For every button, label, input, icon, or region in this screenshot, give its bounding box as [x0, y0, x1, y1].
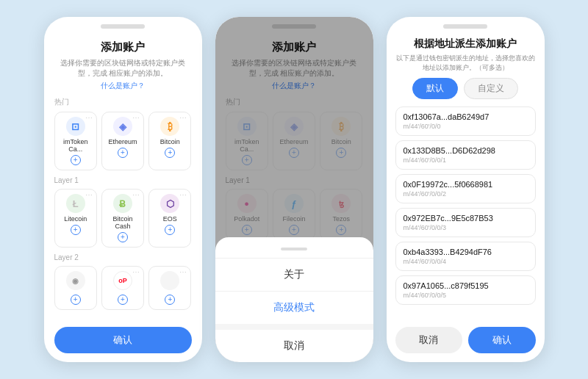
coin-btc[interactable]: ⋯ ₿ Bitcoin +: [148, 112, 191, 170]
more-icon[interactable]: ⋯: [179, 269, 187, 276]
btc-name: Bitcoin: [160, 138, 180, 145]
phone3: 根据地址派生添加账户 以下是通过钱包密钥派生的地址，选择您喜欢的 地址以添加账户…: [387, 17, 545, 362]
coin-eth[interactable]: ⋯ ◈ Ethereum +: [101, 112, 144, 170]
coin-imtoken[interactable]: ⋯ ⊡ imToken Ca... +: [54, 112, 97, 170]
more-icon[interactable]: ⋯: [179, 192, 187, 199]
address-item-5[interactable]: 0x97A1065...c879f5195 m/44'/60'/0/0/5: [395, 275, 536, 305]
coin-unknown1[interactable]: ◉ +: [54, 266, 97, 310]
phone3-content: 根据地址派生添加账户 以下是通过钱包密钥派生的地址，选择您喜欢的 地址以添加账户…: [387, 29, 545, 321]
address-item-3[interactable]: 0x972EB7c...9E5c87B53 m/44'/60'/0/0/3: [395, 208, 536, 237]
more-icon[interactable]: ⋯: [132, 115, 140, 122]
more-icon[interactable]: ⋯: [132, 269, 140, 276]
phone1-confirm-button[interactable]: 确认: [54, 327, 192, 353]
op-add[interactable]: +: [118, 295, 128, 305]
phone1-hot-grid: ⋯ ⊡ imToken Ca... + ⋯ ◈ Ethereum + ⋯ ₿ B…: [54, 112, 192, 170]
phone1-layer1-grid: ⋯ Ł Litecoin + ⋯ Ƀ Bitcoin Cash + ⋯ ⬡ EO…: [54, 189, 192, 248]
phone1-link[interactable]: 什么是账户？: [54, 81, 192, 91]
phone3-tabs: 默认 自定义: [395, 78, 536, 99]
bch-icon: Ƀ: [113, 194, 132, 213]
phone1-layer2-section: Layer 2 ◉ + ⋯ oP + ⋯ +: [54, 253, 192, 310]
address-path-1: m/44'/60'/0/0/1: [404, 156, 528, 164]
eos-name: EOS: [163, 215, 177, 223]
phone1-subtitle: 选择你需要的区块链网络或特定账户类型，完成 相应账户的添加。: [54, 58, 192, 79]
address-item-0[interactable]: 0xf13067a...daB6249d7 m/44'/60'/0/0: [395, 107, 536, 136]
phone1-confirm-bar: 确认: [44, 321, 202, 362]
address-path-4: m/44'/60'/0/0/4: [404, 258, 528, 265]
unknown1-add[interactable]: +: [71, 295, 81, 305]
phone3-confirm-button[interactable]: 确认: [468, 327, 536, 353]
imtoken-icon: ⊡: [66, 117, 85, 136]
sheet-item-advanced[interactable]: 高级模式: [215, 291, 373, 324]
coin-op[interactable]: ⋯ oP +: [101, 266, 144, 310]
coin-eos[interactable]: ⋯ ⬡ EOS +: [148, 189, 191, 248]
bch-add[interactable]: +: [118, 232, 128, 242]
phone3-subtitle: 以下是通过钱包密钥派生的地址，选择您喜欢的 地址以添加账户。（可多选）: [395, 54, 536, 72]
tab-custom[interactable]: 自定义: [464, 78, 518, 99]
more-icon[interactable]: ⋯: [85, 192, 93, 199]
address-path-2: m/44'/60'/0/0/2: [404, 190, 528, 198]
tab-default[interactable]: 默认: [412, 78, 458, 99]
phone1-placeholder: 请先选择账户: [54, 316, 192, 321]
unknown1-icon: ◉: [66, 271, 85, 290]
ltc-icon: Ł: [66, 194, 85, 213]
phone2-overlay: 关于 高级模式 取消: [215, 17, 373, 362]
phone2: 添加账户 选择你需要的区块链网络或特定账户类型，完成 相应账户的添加。 什么是账…: [215, 17, 373, 362]
sheet-item-about[interactable]: 关于: [215, 258, 373, 291]
address-path-3: m/44'/60'/0/0/3: [404, 224, 528, 231]
coin-unknown2[interactable]: ⋯ +: [148, 266, 191, 310]
address-hash-0: 0xf13067a...daB6249d7: [404, 112, 528, 121]
more-icon[interactable]: ⋯: [179, 115, 187, 122]
address-item-4[interactable]: 0xb4a3393...B4294dF76 m/44'/60'/0/0/4: [395, 242, 536, 271]
phone2-bottom-sheet: 关于 高级模式 取消: [215, 237, 373, 362]
eos-add[interactable]: +: [165, 225, 175, 235]
ltc-name: Litecoin: [64, 215, 87, 223]
address-hash-4: 0xb4a3393...B4294dF76: [404, 248, 528, 256]
phone3-address-list: 0xf13067a...daB6249d7 m/44'/60'/0/0 0x13…: [395, 107, 536, 321]
coin-ltc[interactable]: ⋯ Ł Litecoin +: [54, 189, 97, 248]
phone3-cancel-button[interactable]: 取消: [395, 327, 463, 353]
phone3-btn-bar: 取消 确认: [387, 321, 545, 362]
coin-bch[interactable]: ⋯ Ƀ Bitcoin Cash +: [101, 189, 144, 248]
address-hash-5: 0x97A1065...c879f5195: [404, 281, 528, 290]
op-icon: oP: [113, 271, 132, 290]
imtoken-name: imToken Ca...: [58, 138, 93, 153]
phone1-layer2-label: Layer 2: [54, 253, 192, 261]
unknown2-icon: [160, 271, 179, 290]
bch-name: Bitcoin Cash: [105, 215, 140, 230]
btc-icon: ₿: [160, 117, 179, 136]
phone1-content: 添加账户 选择你需要的区块链网络或特定账户类型，完成 相应账户的添加。 什么是账…: [44, 29, 202, 321]
unknown2-add[interactable]: +: [165, 295, 175, 305]
sheet-handle: [281, 248, 307, 250]
eos-icon: ⬡: [160, 194, 179, 213]
more-icon[interactable]: ⋯: [85, 115, 93, 122]
phone1-layer2-grid: ◉ + ⋯ oP + ⋯ +: [54, 266, 192, 310]
phone1-layer1-section: Layer 1 ⋯ Ł Litecoin + ⋯ Ƀ Bitcoin Cash …: [54, 176, 192, 248]
phone1-layer1-label: Layer 1: [54, 176, 192, 184]
more-icon[interactable]: ⋯: [132, 192, 140, 199]
address-item-2[interactable]: 0x0F19972c...5f0668981 m/44'/60'/0/0/2: [395, 174, 536, 203]
address-item-1[interactable]: 0x133D8B5...D6D62d298 m/44'/60'/0/0/1: [395, 140, 536, 170]
phone1-title: 添加账户: [54, 40, 192, 54]
address-hash-3: 0x972EB7c...9E5c87B53: [404, 214, 528, 223]
address-hash-1: 0x133D8B5...D6D62d298: [404, 146, 528, 155]
phone1: 添加账户 选择你需要的区块链网络或特定账户类型，完成 相应账户的添加。 什么是账…: [44, 17, 202, 362]
btc-add[interactable]: +: [165, 148, 175, 158]
eth-add[interactable]: +: [118, 148, 128, 158]
phone1-hot-section: 热门 ⋯ ⊡ imToken Ca... + ⋯ ◈ Ethereum + ⋯ …: [54, 97, 192, 170]
address-hash-2: 0x0F19972c...5f0668981: [404, 180, 528, 189]
phone3-title: 根据地址派生添加账户: [395, 37, 536, 51]
ltc-add[interactable]: +: [71, 225, 81, 235]
imtoken-add[interactable]: +: [71, 155, 81, 165]
sheet-item-cancel[interactable]: 取消: [215, 324, 373, 362]
address-path-5: m/44'/60'/0/0/5: [404, 292, 528, 299]
eth-icon: ◈: [113, 117, 132, 136]
address-path-0: m/44'/60'/0/0: [404, 123, 528, 130]
eth-name: Ethereum: [108, 138, 137, 145]
phone1-hot-label: 热门: [54, 97, 192, 107]
